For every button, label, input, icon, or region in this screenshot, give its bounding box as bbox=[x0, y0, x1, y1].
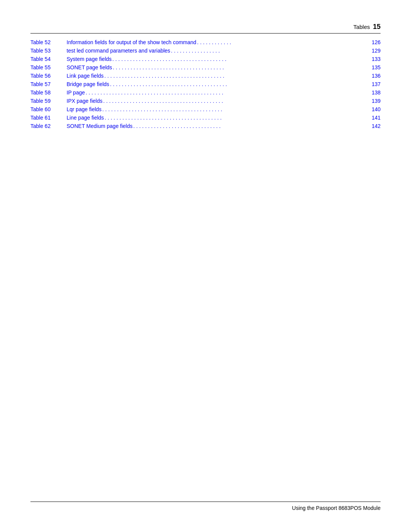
toc-dots-table-57: . . . . . . . . . . . . . . . . . . . . … bbox=[109, 81, 367, 87]
toc-label-table-62[interactable]: Table 62 bbox=[30, 123, 67, 129]
header-section-label: Tables bbox=[354, 24, 370, 30]
toc-list: Table 52Information fields for output of… bbox=[30, 38, 381, 130]
toc-title-table-57: Bridge page fields bbox=[67, 81, 109, 87]
toc-page-table-52[interactable]: 126 bbox=[367, 39, 381, 45]
toc-title-table-52: Information fields for output of the sho… bbox=[67, 39, 196, 45]
toc-title-table-54: System page fields bbox=[67, 56, 112, 62]
toc-label-table-53[interactable]: Table 53 bbox=[30, 48, 67, 54]
toc-entry-table-55[interactable]: Table 55SONET page fields . . . . . . . … bbox=[30, 63, 381, 72]
toc-dots-table-56: . . . . . . . . . . . . . . . . . . . . … bbox=[104, 73, 367, 79]
toc-title-table-60: Lqr page fields bbox=[67, 106, 102, 112]
toc-title-table-55: SONET page fields bbox=[67, 64, 112, 70]
header-page-number: 15 bbox=[373, 23, 381, 31]
toc-entry-table-56[interactable]: Table 56Link page fields . . . . . . . .… bbox=[30, 72, 381, 80]
toc-label-table-61[interactable]: Table 61 bbox=[30, 115, 67, 121]
page-footer: Using the Passport 8683POS Module bbox=[30, 502, 381, 511]
toc-entry-table-53[interactable]: Table 53test led command parameters and … bbox=[30, 46, 381, 55]
page-header: Tables 15 bbox=[30, 23, 381, 34]
toc-page-table-61[interactable]: 141 bbox=[367, 115, 381, 121]
toc-title-table-59: IPX page fields bbox=[67, 98, 102, 104]
toc-dots-table-55: . . . . . . . . . . . . . . . . . . . . … bbox=[112, 64, 367, 70]
footer-text: Using the Passport 8683POS Module bbox=[292, 505, 381, 511]
toc-label-table-56[interactable]: Table 56 bbox=[30, 73, 67, 79]
toc-page-table-59[interactable]: 139 bbox=[367, 98, 381, 104]
toc-title-table-56: Link page fields bbox=[67, 73, 104, 79]
toc-entry-table-61[interactable]: Table 61Line page fields . . . . . . . .… bbox=[30, 113, 381, 122]
toc-page-table-60[interactable]: 140 bbox=[367, 106, 381, 112]
toc-page-table-58[interactable]: 138 bbox=[367, 89, 381, 96]
toc-entry-table-57[interactable]: Table 57Bridge page fields . . . . . . .… bbox=[30, 80, 381, 88]
toc-dots-table-62: . . . . . . . . . . . . . . . . . . . . … bbox=[132, 123, 367, 129]
toc-entry-table-62[interactable]: Table 62SONET Medium page fields . . . .… bbox=[30, 122, 381, 130]
toc-page-table-54[interactable]: 133 bbox=[367, 56, 381, 62]
toc-title-table-62: SONET Medium page fields bbox=[67, 123, 132, 129]
toc-label-table-54[interactable]: Table 54 bbox=[30, 56, 67, 62]
toc-page-table-62[interactable]: 142 bbox=[367, 123, 381, 129]
toc-page-table-53[interactable]: 129 bbox=[367, 48, 381, 54]
toc-entry-table-58[interactable]: Table 58IP page . . . . . . . . . . . . … bbox=[30, 88, 381, 97]
toc-label-table-58[interactable]: Table 58 bbox=[30, 89, 67, 96]
toc-title-table-53: test led command parameters and variable… bbox=[67, 48, 170, 54]
toc-label-table-60[interactable]: Table 60 bbox=[30, 106, 67, 112]
page-container: Tables 15 Table 52Information fields for… bbox=[0, 0, 411, 532]
toc-dots-table-52: . . . . . . . . . . . . bbox=[196, 39, 367, 45]
toc-page-table-56[interactable]: 136 bbox=[367, 73, 381, 79]
toc-dots-table-60: . . . . . . . . . . . . . . . . . . . . … bbox=[102, 106, 367, 112]
toc-title-table-61: Line page fields bbox=[67, 115, 104, 121]
toc-label-table-55[interactable]: Table 55 bbox=[30, 64, 67, 70]
toc-label-table-59[interactable]: Table 59 bbox=[30, 98, 67, 104]
toc-label-table-52[interactable]: Table 52 bbox=[30, 39, 67, 45]
toc-dots-table-58: . . . . . . . . . . . . . . . . . . . . … bbox=[85, 89, 367, 96]
toc-entry-table-59[interactable]: Table 59IPX page fields . . . . . . . . … bbox=[30, 97, 381, 105]
toc-dots-table-61: . . . . . . . . . . . . . . . . . . . . … bbox=[104, 115, 367, 121]
toc-page-table-57[interactable]: 137 bbox=[367, 81, 381, 87]
toc-dots-table-53: . . . . . . . . . . . . . . . . . bbox=[170, 48, 367, 54]
toc-entry-table-54[interactable]: Table 54System page fields . . . . . . .… bbox=[30, 55, 381, 63]
toc-entry-table-52[interactable]: Table 52Information fields for output of… bbox=[30, 38, 381, 46]
toc-title-table-58: IP page bbox=[67, 89, 85, 96]
toc-dots-table-54: . . . . . . . . . . . . . . . . . . . . … bbox=[112, 56, 367, 62]
toc-label-table-57[interactable]: Table 57 bbox=[30, 81, 67, 87]
toc-entry-table-60[interactable]: Table 60Lqr page fields . . . . . . . . … bbox=[30, 105, 381, 113]
toc-dots-table-59: . . . . . . . . . . . . . . . . . . . . … bbox=[102, 98, 367, 104]
toc-page-table-55[interactable]: 135 bbox=[367, 64, 381, 70]
